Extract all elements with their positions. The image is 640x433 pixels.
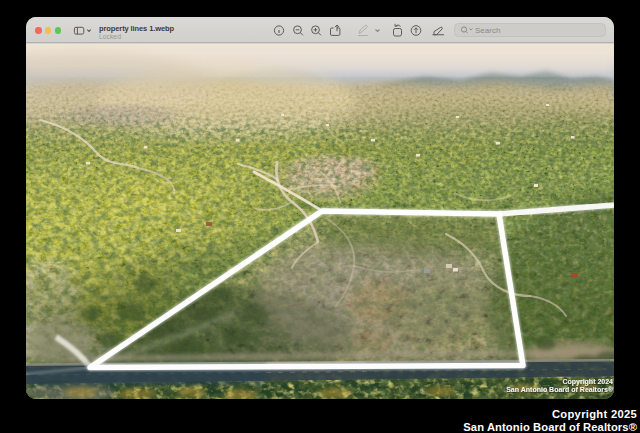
svg-text:Copyright 2024: Copyright 2024 <box>562 378 613 386</box>
svg-text:Search: Search <box>475 26 500 35</box>
svg-text:San Antonio Board of Realtors®: San Antonio Board of Realtors® <box>506 386 614 393</box>
